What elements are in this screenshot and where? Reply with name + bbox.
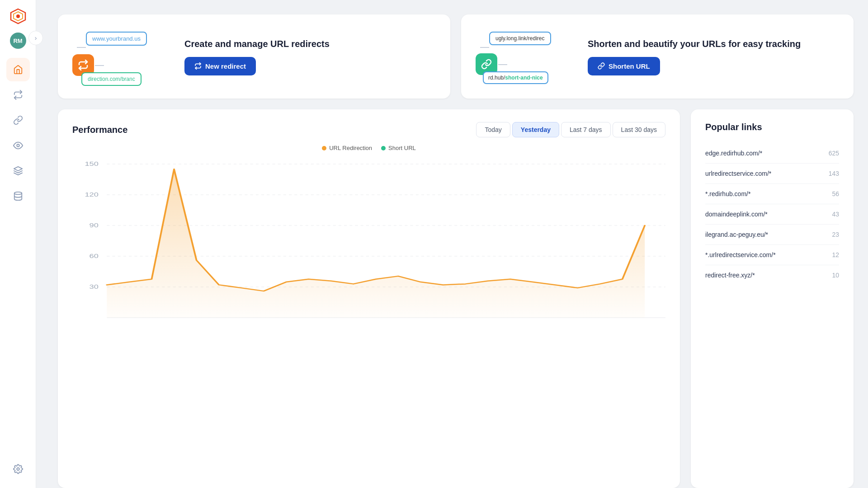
chain-link-icon — [481, 59, 492, 70]
eye-icon — [13, 141, 23, 150]
redirect-card-title: Create and manage URL redirects — [184, 38, 436, 50]
performance-title: Performance — [72, 125, 127, 135]
shorten-to-url: rd.hub/short-and-nice — [483, 71, 548, 84]
svg-text:90: 90 — [90, 222, 99, 228]
popular-count-2: 56 — [832, 190, 839, 197]
shorten-arrow-2 — [498, 64, 507, 65]
redirect-from-url: www.yourbrand.us — [86, 32, 147, 46]
popular-url-6: redirect-free.xyz/* — [705, 272, 755, 279]
performance-tabs: Today Yesterday Last 7 days Last 30 days — [476, 122, 665, 137]
sidebar: RM — [0, 0, 36, 488]
tab-today[interactable]: Today — [476, 122, 510, 137]
popular-links-card: Popular links edge.redirhub.com/* 625 ur… — [691, 109, 854, 488]
popular-item-5: *.urlredirectservice.com/* 12 — [705, 245, 839, 265]
performance-header: Performance Today Yesterday Last 7 days … — [72, 122, 665, 137]
link-icon — [13, 115, 23, 125]
svg-marker-18 — [107, 169, 645, 318]
sidebar-item-database[interactable] — [6, 184, 30, 208]
user-avatar[interactable]: RM — [10, 33, 26, 49]
redirect-to-url: direction.com/branc — [81, 72, 142, 86]
home-icon — [13, 65, 23, 75]
popular-url-4: ilegrand.ac-peguy.eu/* — [705, 231, 768, 238]
shorten-url-label: Shorten URL — [609, 62, 650, 70]
legend-url-redirection-dot — [322, 146, 326, 150]
shorten-card-title: Shorten and beautify your URLs for easy … — [588, 38, 839, 50]
popular-count-1: 143 — [829, 170, 839, 177]
svg-marker-4 — [14, 167, 22, 171]
performance-card: Performance Today Yesterday Last 7 days … — [58, 109, 680, 488]
shorten-to-url-suffix: short-and-nice — [505, 75, 542, 81]
new-redirect-label: New redirect — [205, 62, 246, 70]
popular-url-2: *.redirhub.com/* — [705, 190, 750, 197]
legend-short-url: Short URL — [381, 145, 416, 151]
svg-text:30: 30 — [90, 284, 99, 290]
legend-short-url-label: Short URL — [388, 145, 416, 151]
chart-area: 150 120 90 60 30 — [72, 155, 665, 327]
sidebar-item-settings[interactable] — [6, 457, 30, 481]
chart-legend: URL Redirection Short URL — [72, 145, 665, 151]
app-logo — [9, 7, 27, 27]
popular-url-5: *.urlredirectservice.com/* — [705, 251, 776, 258]
layers-icon — [13, 166, 23, 176]
new-redirect-icon — [194, 62, 202, 70]
shorten-url-icon — [598, 62, 605, 70]
bottom-section: Performance Today Yesterday Last 7 days … — [58, 109, 854, 488]
legend-short-url-dot — [381, 146, 386, 150]
popular-links-title: Popular links — [705, 122, 839, 132]
popular-count-0: 625 — [829, 150, 839, 157]
shorten-visual: ugly.long.link/redirec rd.hub/short-and-… — [476, 27, 575, 86]
shorten-url-button[interactable]: Shorten URL — [588, 57, 660, 75]
svg-point-2 — [16, 14, 20, 18]
popular-url-0: edge.redirhub.com/* — [705, 150, 762, 157]
popular-item-0: edge.redirhub.com/* 625 — [705, 143, 839, 164]
performance-chart: 150 120 90 60 30 — [72, 155, 665, 327]
popular-item-4: ilegrand.ac-peguy.eu/* 23 — [705, 225, 839, 245]
sidebar-collapse-button[interactable]: › — [28, 31, 43, 45]
shorten-card-text: Shorten and beautify your URLs for easy … — [588, 38, 839, 75]
legend-url-redirection-label: URL Redirection — [329, 145, 372, 151]
new-redirect-button[interactable]: New redirect — [184, 57, 256, 75]
sidebar-item-home[interactable] — [6, 58, 30, 81]
popular-url-1: urlredirectservice.com/* — [705, 170, 771, 177]
popular-links-list: edge.redirhub.com/* 625 urlredirectservi… — [705, 143, 839, 285]
popular-count-4: 23 — [832, 231, 839, 238]
popular-count-6: 10 — [832, 272, 839, 279]
arrow-line-2 — [95, 65, 104, 66]
shorten-arrow-1 — [480, 47, 489, 48]
svg-point-6 — [17, 468, 19, 470]
popular-item-6: redirect-free.xyz/* 10 — [705, 265, 839, 285]
shorten-to-url-prefix: rd.hub/ — [488, 75, 505, 81]
settings-icon — [13, 464, 23, 474]
sidebar-item-eye[interactable] — [6, 134, 30, 157]
tab-last30days[interactable]: Last 30 days — [613, 122, 665, 137]
popular-item-3: domaindeeplink.com/* 43 — [705, 204, 839, 225]
database-icon — [13, 191, 23, 201]
redirect-icon — [13, 90, 23, 100]
legend-url-redirection: URL Redirection — [322, 145, 372, 151]
sidebar-item-link[interactable] — [6, 108, 30, 132]
popular-item-1: urlredirectservice.com/* 143 — [705, 164, 839, 184]
sidebar-item-redirect[interactable] — [6, 83, 30, 107]
popular-count-5: 12 — [832, 251, 839, 258]
redirect-card: www.yourbrand.us direction.com/branc — [58, 14, 450, 99]
svg-point-3 — [17, 144, 19, 147]
top-cards: www.yourbrand.us direction.com/branc — [58, 14, 854, 99]
tab-last7days[interactable]: Last 7 days — [561, 122, 611, 137]
popular-count-3: 43 — [832, 211, 839, 218]
tab-yesterday[interactable]: Yesterday — [512, 122, 559, 137]
svg-text:120: 120 — [85, 192, 99, 197]
shorten-card: ugly.long.link/redirec rd.hub/short-and-… — [461, 14, 854, 99]
redirect-card-text: Create and manage URL redirects New redi… — [184, 38, 436, 75]
svg-point-5 — [14, 192, 22, 195]
sidebar-nav — [0, 58, 36, 208]
popular-item-2: *.redirhub.com/* 56 — [705, 184, 839, 204]
redirect-visual: www.yourbrand.us direction.com/branc — [72, 27, 172, 86]
shorten-from-url: ugly.long.link/redirec — [489, 32, 551, 45]
sidebar-item-layers[interactable] — [6, 159, 30, 183]
popular-url-3: domaindeeplink.com/* — [705, 211, 768, 218]
svg-text:150: 150 — [85, 161, 99, 167]
svg-text:60: 60 — [90, 253, 99, 259]
main-content: www.yourbrand.us direction.com/branc — [36, 0, 868, 488]
arrow-line-1 — [77, 47, 86, 48]
